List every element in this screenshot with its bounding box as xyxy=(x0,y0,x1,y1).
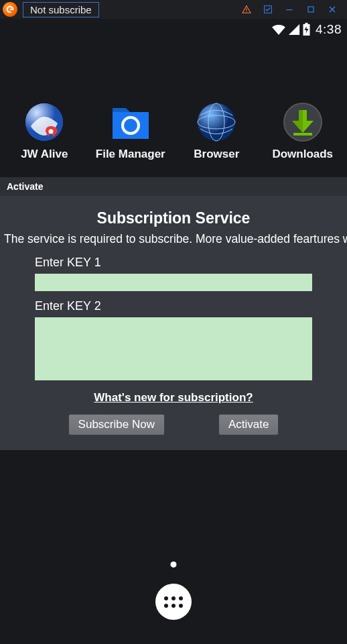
svg-point-14 xyxy=(198,103,235,141)
app-logo-icon xyxy=(3,2,17,17)
home-screen: JW Alive File Manager Browser xyxy=(0,40,347,161)
key1-label: Enter KEY 1 xyxy=(35,256,312,270)
app-label: Downloads xyxy=(272,148,333,161)
app-file-manager[interactable]: File Manager xyxy=(90,102,171,161)
check-icon[interactable] xyxy=(257,0,279,19)
app-drawer-button[interactable] xyxy=(155,584,192,620)
warning-icon[interactable] xyxy=(236,0,257,19)
subscribe-now-button[interactable]: Subscribe Now xyxy=(68,414,165,435)
key2-input[interactable] xyxy=(35,317,312,380)
key1-input[interactable] xyxy=(35,274,312,291)
window-title: Not subscribe xyxy=(23,2,99,17)
battery-icon xyxy=(302,23,311,36)
minimize-icon[interactable] xyxy=(279,0,300,19)
subscription-title: Subscription Service xyxy=(9,209,338,227)
app-label: File Manager xyxy=(96,148,165,161)
jw-alive-icon xyxy=(24,102,64,142)
app-label: JW Alive xyxy=(21,148,68,161)
svg-rect-4 xyxy=(308,7,314,12)
file-manager-icon xyxy=(111,102,151,142)
window-titlebar: Not subscribe xyxy=(0,0,347,19)
app-label: Browser xyxy=(194,148,239,161)
panel-tab-activate[interactable]: Activate xyxy=(0,177,347,196)
browser-icon xyxy=(196,102,236,142)
app-browser[interactable]: Browser xyxy=(176,102,257,161)
whats-new-link[interactable]: What's new for subscription? xyxy=(94,391,253,404)
svg-point-11 xyxy=(49,129,54,134)
page-indicator-dot xyxy=(171,561,177,568)
status-clock: 4:38 xyxy=(316,22,342,37)
app-drawer-icon xyxy=(164,596,183,608)
activate-button[interactable]: Activate xyxy=(218,414,279,435)
wifi-icon xyxy=(271,23,286,36)
subscription-panel: Activate Subscription Service The servic… xyxy=(0,177,347,450)
downloads-icon xyxy=(283,102,323,142)
subscription-description: The service is required to subscribe. Mo… xyxy=(4,231,338,248)
close-icon[interactable] xyxy=(322,0,343,19)
svg-point-1 xyxy=(246,11,247,12)
app-downloads[interactable]: Downloads xyxy=(263,102,343,161)
svg-rect-8 xyxy=(305,23,308,24)
key2-label: Enter KEY 2 xyxy=(35,299,312,313)
maximize-icon[interactable] xyxy=(300,0,322,19)
android-statusbar: 4:38 xyxy=(0,19,347,40)
svg-rect-19 xyxy=(293,133,312,136)
signal-icon xyxy=(288,23,300,36)
app-jw-alive[interactable]: JW Alive xyxy=(4,102,84,161)
